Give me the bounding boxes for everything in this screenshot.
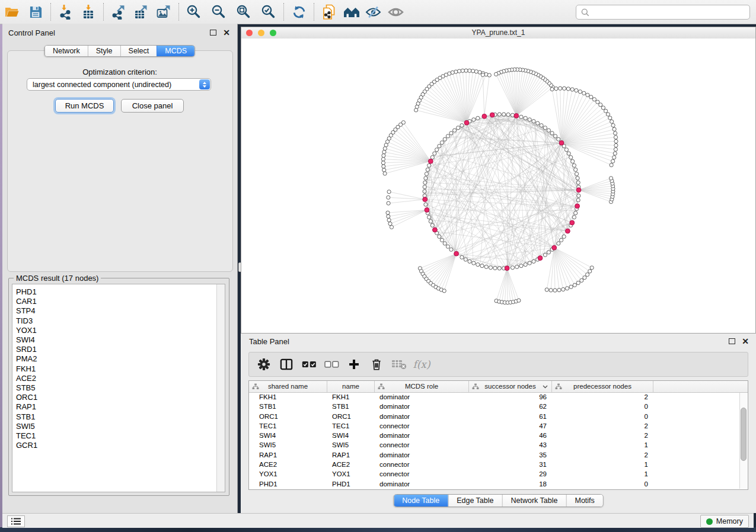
cell-successor-nodes[interactable]: 43 xyxy=(469,440,552,450)
table-row[interactable]: SWI5SWI5connector431 xyxy=(249,440,740,450)
cell-successor-nodes[interactable]: 96 xyxy=(469,392,552,402)
mcds-result-item[interactable]: TID3 xyxy=(12,316,216,326)
network-node[interactable] xyxy=(476,263,480,267)
column-header-name[interactable]: name xyxy=(327,381,375,392)
network-node[interactable] xyxy=(446,134,449,138)
network-node[interactable] xyxy=(560,238,563,242)
cell-MCDS-role[interactable]: dominator xyxy=(375,412,469,421)
cell-successor-nodes[interactable]: 31 xyxy=(469,460,552,469)
network-node[interactable] xyxy=(528,118,531,121)
cell-MCDS-role[interactable]: connector xyxy=(375,469,469,479)
mcds-hub-node[interactable] xyxy=(482,114,487,118)
network-node[interactable] xyxy=(577,194,580,197)
network-node[interactable] xyxy=(453,129,457,132)
network-node[interactable] xyxy=(532,259,535,263)
tab-network[interactable]: Network xyxy=(45,46,88,56)
cell-name[interactable]: PHD1 xyxy=(327,479,375,489)
criterion-dropdown[interactable]: largest connected component (undirected) xyxy=(27,78,211,91)
network-node[interactable] xyxy=(574,211,578,215)
network-node[interactable] xyxy=(576,198,580,202)
network-node[interactable] xyxy=(536,121,540,125)
cell-name[interactable]: STB1 xyxy=(327,402,375,411)
cell-predecessor-nodes[interactable]: 1 xyxy=(552,469,653,479)
tab-style[interactable]: Style xyxy=(88,46,120,56)
network-node[interactable] xyxy=(468,259,471,263)
cell-predecessor-nodes[interactable]: 0 xyxy=(552,412,653,421)
network-node[interactable] xyxy=(384,143,388,147)
cell-predecessor-nodes[interactable]: 1 xyxy=(552,440,653,450)
cell-name[interactable]: FKH1 xyxy=(327,392,375,402)
export-table-icon[interactable] xyxy=(132,2,151,21)
table-row[interactable]: TEC1TEC1connector472 xyxy=(249,421,740,431)
network-node[interactable] xyxy=(443,137,446,141)
table-row[interactable]: RAP1RAP1dominator352 xyxy=(249,450,740,460)
network-node[interactable] xyxy=(489,266,492,270)
cell-successor-nodes[interactable]: 29 xyxy=(469,469,552,479)
cell-MCDS-role[interactable]: dominator xyxy=(375,450,469,460)
network-node[interactable] xyxy=(511,266,514,270)
cell-MCDS-role[interactable]: dominator xyxy=(375,479,469,489)
mcds-hub-node[interactable] xyxy=(538,256,543,261)
network-node[interactable] xyxy=(382,165,385,168)
network-node[interactable] xyxy=(614,132,617,135)
mcds-result-item[interactable]: SRD1 xyxy=(12,345,216,354)
network-node[interactable] xyxy=(592,98,596,101)
network-node[interactable] xyxy=(611,124,615,127)
network-node[interactable] xyxy=(567,152,570,155)
network-node[interactable] xyxy=(425,172,428,176)
network-node[interactable] xyxy=(382,154,385,158)
mcds-result-item[interactable]: STP4 xyxy=(12,306,216,316)
network-node[interactable] xyxy=(582,91,586,95)
network-node[interactable] xyxy=(464,258,467,261)
network-node[interactable] xyxy=(428,216,431,219)
network-node[interactable] xyxy=(457,126,460,130)
network-node[interactable] xyxy=(572,164,576,167)
mcds-hub-node[interactable] xyxy=(552,245,557,250)
network-node[interactable] xyxy=(601,106,605,110)
network-node[interactable] xyxy=(428,164,431,167)
cell-MCDS-role[interactable]: connector xyxy=(375,460,469,469)
cell-successor-nodes[interactable]: 18 xyxy=(469,479,552,489)
cell-shared-name[interactable]: ORC1 xyxy=(249,412,327,421)
network-node[interactable] xyxy=(423,181,427,184)
cell-MCDS-role[interactable]: connector xyxy=(375,440,469,450)
network-node[interactable] xyxy=(481,73,484,76)
network-node[interactable] xyxy=(460,124,464,127)
mcds-result-item[interactable]: ORC1 xyxy=(12,393,216,402)
float-panel-icon[interactable] xyxy=(210,30,216,36)
network-node[interactable] xyxy=(604,109,608,113)
mcds-hub-node[interactable] xyxy=(428,159,433,164)
table-row[interactable]: STB1STB1dominator620 xyxy=(249,402,740,411)
column-header-shared-name[interactable]: shared name xyxy=(249,381,327,392)
cell-successor-nodes[interactable]: 35 xyxy=(469,450,552,460)
network-node[interactable] xyxy=(387,196,390,199)
network-node[interactable] xyxy=(429,220,432,223)
select-all-columns-icon[interactable] xyxy=(298,355,320,373)
search-input[interactable] xyxy=(593,6,749,18)
mcds-hub-node[interactable] xyxy=(559,140,564,145)
network-node[interactable] xyxy=(414,108,418,112)
cell-MCDS-role[interactable]: connector xyxy=(375,421,469,431)
network-node[interactable] xyxy=(495,72,498,76)
table-scrollbar-thumb[interactable] xyxy=(741,408,747,461)
network-node[interactable] xyxy=(547,251,550,254)
cell-shared-name[interactable]: STB1 xyxy=(249,402,327,411)
mcds-hub-node[interactable] xyxy=(464,120,469,125)
tab-node-table[interactable]: Node Table xyxy=(394,495,448,507)
network-node[interactable] xyxy=(438,235,441,238)
network-node[interactable] xyxy=(547,129,550,132)
mcds-hub-node[interactable] xyxy=(576,188,581,193)
mcds-result-item[interactable]: SWI4 xyxy=(12,335,216,345)
float-table-panel-icon[interactable] xyxy=(729,338,735,344)
network-node[interactable] xyxy=(502,113,506,116)
close-table-panel-icon[interactable]: ✕ xyxy=(742,338,749,344)
network-node[interactable] xyxy=(487,73,491,77)
network-node[interactable] xyxy=(613,127,616,131)
network-node[interactable] xyxy=(387,218,391,222)
network-node[interactable] xyxy=(545,288,548,291)
network-node[interactable] xyxy=(387,214,390,218)
tab-select[interactable]: Select xyxy=(120,46,157,56)
network-node[interactable] xyxy=(574,168,578,171)
network-node[interactable] xyxy=(387,190,391,194)
mcds-result-item[interactable]: SWI5 xyxy=(12,422,216,431)
